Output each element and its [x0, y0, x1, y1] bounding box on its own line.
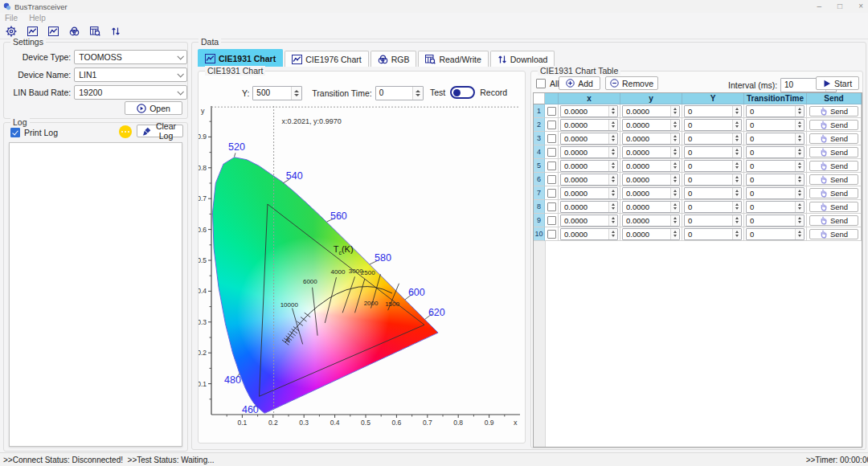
spinner-arrows[interactable]: [608, 133, 617, 144]
device-type-select[interactable]: TOOMOSS: [74, 50, 187, 64]
column-header-y[interactable]: y: [620, 93, 682, 104]
Y-spinbox[interactable]: 0: [684, 187, 742, 199]
x-spinbox[interactable]: 0.0000: [560, 201, 618, 213]
Y-spinbox[interactable]: 0: [684, 133, 742, 145]
x-spinbox[interactable]: 0.0000: [560, 146, 618, 158]
tab-rgb[interactable]: RGB: [371, 51, 417, 67]
cie1976-chart-icon[interactable]: [45, 24, 61, 38]
row-checkbox[interactable]: [547, 216, 556, 225]
spinner-arrows[interactable]: [608, 106, 617, 117]
transition-time-spinbox[interactable]: 0: [746, 119, 805, 131]
row-checkbox[interactable]: [547, 175, 556, 184]
transition-time-spinbox[interactable]: 0: [746, 133, 805, 145]
row-index[interactable]: 2: [534, 118, 545, 132]
row-index[interactable]: 8: [534, 200, 545, 214]
transition-time-spinbox[interactable]: 0: [746, 201, 805, 213]
transition-time-spinbox[interactable]: 0: [746, 228, 805, 240]
send-button[interactable]: Send: [809, 215, 858, 226]
row-index[interactable]: 10: [534, 227, 545, 241]
send-button[interactable]: Send: [809, 161, 858, 171]
Y-spinbox[interactable]: 0: [684, 228, 742, 240]
spinner-arrows[interactable]: [670, 106, 679, 117]
Y-spinbox[interactable]: 0: [684, 174, 742, 186]
x-spinbox[interactable]: 0.0000: [560, 215, 618, 227]
remove-row-button[interactable]: Remove: [605, 76, 658, 90]
Y-spinbox[interactable]: 0: [684, 105, 742, 117]
send-button[interactable]: Send: [809, 106, 858, 117]
row-checkbox[interactable]: [547, 148, 556, 157]
spinner-arrows[interactable]: [732, 174, 741, 185]
test-record-toggle[interactable]: [450, 86, 475, 99]
row-checkbox[interactable]: [547, 134, 556, 143]
transition-time-spinbox[interactable]: 0: [375, 86, 424, 100]
spinner-arrows[interactable]: [670, 202, 679, 212]
row-index[interactable]: 1: [534, 104, 545, 118]
x-spinbox[interactable]: 0.0000: [560, 119, 618, 131]
lin-baud-rate-select[interactable]: 19200: [74, 85, 187, 100]
spinner-arrows[interactable]: [732, 215, 741, 226]
transition-time-spinbox[interactable]: 0: [746, 215, 805, 227]
row-index[interactable]: 7: [534, 186, 545, 200]
column-header-x[interactable]: x: [559, 93, 620, 104]
x-spinbox[interactable]: 0.0000: [560, 105, 618, 117]
x-spinbox[interactable]: 0.0000: [560, 187, 618, 199]
send-button[interactable]: Send: [809, 174, 858, 185]
spinner-arrows[interactable]: [670, 161, 679, 171]
send-button[interactable]: Send: [809, 120, 858, 130]
x-spinbox[interactable]: 0.0000: [560, 133, 618, 145]
menu-file[interactable]: File: [5, 14, 18, 22]
column-header-y[interactable]: Y: [682, 93, 744, 104]
y-spinbox[interactable]: 0.0000: [622, 146, 680, 158]
y-spinbox[interactable]: 0.0000: [622, 160, 680, 172]
transition-time-spinbox[interactable]: 0: [746, 187, 805, 199]
spinner-arrows[interactable]: [670, 120, 679, 130]
spinner-arrows[interactable]: [608, 202, 617, 212]
spinner-arrows[interactable]: [795, 120, 804, 130]
row-checkbox[interactable]: [547, 202, 556, 211]
tab-cie1976-chart[interactable]: CIE1976 Chart: [285, 51, 368, 67]
tab-download[interactable]: Download: [490, 51, 555, 67]
spinner-arrows[interactable]: [732, 202, 741, 212]
menu-help[interactable]: Help: [29, 14, 46, 22]
spinner-arrows[interactable]: [795, 215, 804, 226]
Y-spinbox[interactable]: 0: [684, 119, 742, 131]
spinner-arrows[interactable]: [608, 147, 617, 157]
transition-time-spinbox[interactable]: 0: [746, 105, 805, 117]
device-name-select[interactable]: LIN1: [74, 67, 187, 82]
Y-spinbox[interactable]: 0: [684, 160, 742, 172]
select-all-checkbox[interactable]: [536, 79, 546, 88]
spinner-arrows[interactable]: [608, 161, 617, 171]
print-log-checkbox[interactable]: [10, 128, 20, 137]
y-spinbox[interactable]: 0.0000: [622, 228, 680, 240]
spinner-arrows[interactable]: [732, 106, 741, 117]
ellipsis-button[interactable]: [119, 125, 132, 138]
tab-read-write[interactable]: Read/Write: [418, 51, 488, 67]
y-spinbox[interactable]: 0.0000: [622, 187, 680, 199]
row-checkbox[interactable]: [547, 107, 556, 116]
transition-time-spinbox[interactable]: 0: [746, 160, 805, 172]
spinner-arrows[interactable]: [608, 120, 617, 130]
spinner-arrows[interactable]: [412, 87, 423, 100]
send-button[interactable]: Send: [809, 188, 858, 198]
y-spinbox[interactable]: 0.0000: [622, 174, 680, 186]
spinner-arrows[interactable]: [670, 229, 679, 239]
spinner-arrows[interactable]: [670, 147, 679, 157]
spinner-arrows[interactable]: [670, 188, 679, 198]
maximize-button[interactable]: □: [837, 0, 842, 13]
add-row-button[interactable]: Add: [559, 76, 600, 90]
row-index[interactable]: 6: [534, 173, 545, 186]
settings-icon[interactable]: [3, 24, 19, 38]
x-spinbox[interactable]: 0.0000: [560, 228, 618, 240]
cie1931-chart-icon[interactable]: [24, 24, 40, 38]
send-button[interactable]: Send: [809, 229, 858, 239]
spinner-arrows[interactable]: [732, 188, 741, 198]
chart-y-spinbox[interactable]: 500: [252, 86, 302, 100]
start-button[interactable]: Start: [816, 76, 859, 90]
spinner-arrows[interactable]: [608, 229, 617, 239]
Y-spinbox[interactable]: 0: [684, 201, 742, 213]
spinner-arrows[interactable]: [608, 174, 617, 185]
read-write-icon[interactable]: [87, 24, 103, 38]
spinner-arrows[interactable]: [795, 202, 804, 212]
y-spinbox[interactable]: 0.0000: [622, 201, 680, 213]
send-button[interactable]: Send: [809, 147, 858, 157]
